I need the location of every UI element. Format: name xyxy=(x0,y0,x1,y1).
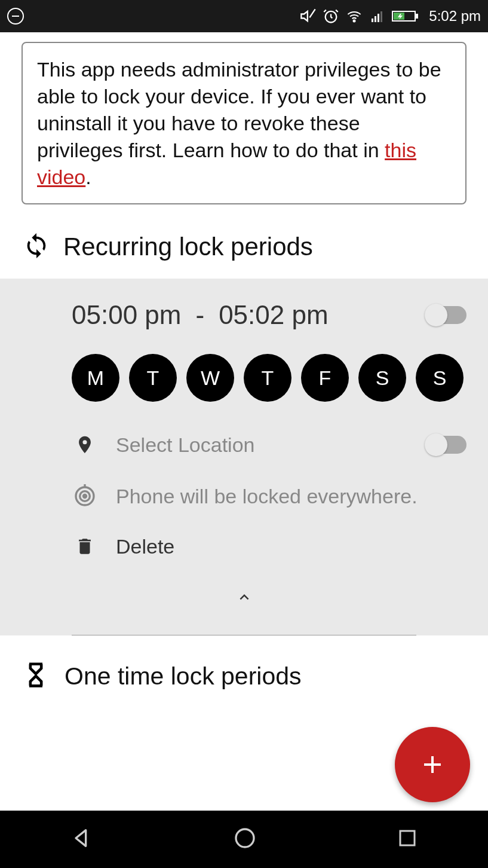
status-time: 5:02 pm xyxy=(429,8,481,25)
svg-line-0 xyxy=(310,9,315,17)
svg-point-13 xyxy=(236,829,254,847)
days-row: M T W T F S S xyxy=(0,343,488,418)
location-pin-icon xyxy=(72,432,98,458)
time-separator: - xyxy=(195,300,204,330)
collapse-button[interactable] xyxy=(0,571,488,635)
delete-label: Delete xyxy=(116,535,174,558)
day-friday[interactable]: F xyxy=(301,354,349,402)
plus-icon xyxy=(418,750,447,779)
svg-point-2 xyxy=(354,20,355,22)
onetime-section-header: One time lock periods xyxy=(0,635,488,717)
svg-rect-9 xyxy=(416,14,418,19)
status-bar: 5:02 pm xyxy=(0,0,488,32)
location-toggle[interactable] xyxy=(426,436,466,454)
svg-rect-6 xyxy=(380,11,382,22)
svg-rect-14 xyxy=(400,831,415,845)
day-saturday[interactable]: S xyxy=(358,354,406,402)
svg-rect-3 xyxy=(372,19,373,22)
day-wednesday[interactable]: W xyxy=(186,354,234,402)
locked-everywhere-label: Phone will be locked everywhere. xyxy=(116,485,418,508)
start-time[interactable]: 05:00 pm xyxy=(72,300,181,330)
back-button[interactable] xyxy=(70,826,94,852)
admin-privileges-info: This app needs administrator privileges … xyxy=(22,42,466,204)
recurring-period-card: 05:00 pm - 05:02 pm M T W T F S S Select… xyxy=(0,279,488,635)
select-location-row[interactable]: Select Location xyxy=(0,418,488,471)
hourglass-icon xyxy=(23,659,49,693)
day-sunday[interactable]: S xyxy=(416,354,464,402)
recurring-section-header: Recurring lock periods xyxy=(0,221,488,279)
battery-icon xyxy=(392,9,419,23)
period-enable-toggle[interactable] xyxy=(426,306,466,324)
alarm-icon xyxy=(323,8,339,25)
home-button[interactable] xyxy=(233,826,257,852)
svg-point-12 xyxy=(84,495,87,498)
add-period-fab[interactable] xyxy=(395,727,470,802)
trash-icon xyxy=(72,534,98,558)
mute-icon xyxy=(300,8,317,25)
end-time[interactable]: 05:02 pm xyxy=(219,300,328,330)
svg-rect-5 xyxy=(377,14,379,22)
info-text-after: . xyxy=(85,166,91,188)
delete-row[interactable]: Delete xyxy=(0,521,488,571)
svg-rect-4 xyxy=(375,16,376,22)
target-icon xyxy=(72,484,98,508)
info-text-before: This app needs administrator privileges … xyxy=(37,58,441,161)
onetime-title: One time lock periods xyxy=(65,662,302,690)
recurring-title: Recurring lock periods xyxy=(63,233,313,261)
wifi-icon xyxy=(345,9,363,23)
select-location-label: Select Location xyxy=(116,433,255,457)
day-tuesday[interactable]: T xyxy=(129,354,177,402)
refresh-icon xyxy=(23,232,50,262)
day-thursday[interactable]: T xyxy=(244,354,291,402)
locked-everywhere-row: Phone will be locked everywhere. xyxy=(0,471,488,521)
recents-button[interactable] xyxy=(397,827,418,851)
navigation-bar xyxy=(0,811,488,868)
chevron-up-icon xyxy=(230,588,259,606)
dnd-icon xyxy=(7,8,24,25)
signal-icon xyxy=(369,9,386,23)
day-monday[interactable]: M xyxy=(72,354,119,402)
